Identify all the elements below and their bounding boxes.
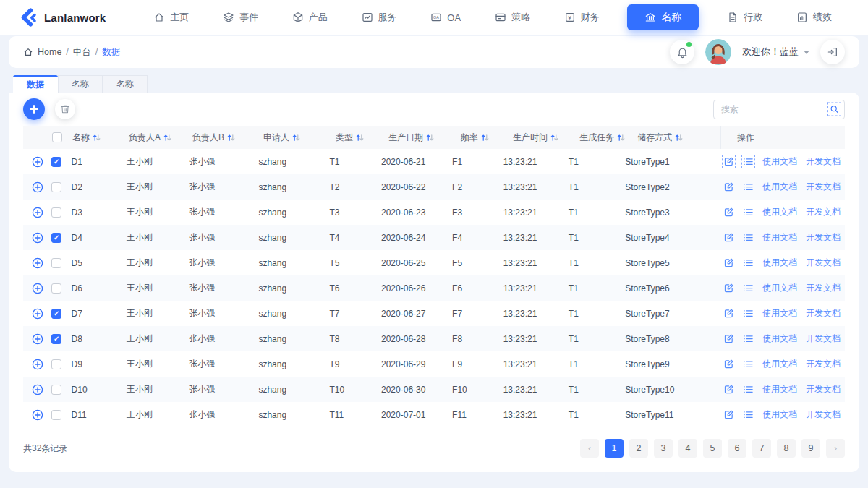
usage-doc-link[interactable]: 使用文档	[762, 181, 797, 193]
row-checkbox[interactable]	[51, 207, 61, 218]
nav-item-name[interactable]: 名称	[627, 4, 699, 30]
list-icon[interactable]	[743, 181, 754, 192]
usage-doc-link[interactable]: 使用文档	[762, 257, 797, 269]
page-button-4[interactable]: 4	[678, 439, 697, 458]
dev-doc-link[interactable]: 开发文档	[806, 333, 841, 345]
edit-icon[interactable]	[723, 257, 734, 268]
nav-item-admin[interactable]: 行政	[721, 7, 768, 28]
list-icon[interactable]	[743, 384, 754, 395]
nav-item-finance[interactable]: ¥ 财务	[558, 7, 605, 28]
sort-icon[interactable]	[426, 134, 434, 142]
sort-icon[interactable]	[617, 134, 625, 142]
logout-button[interactable]	[820, 40, 845, 64]
expand-row-icon[interactable]	[32, 283, 43, 294]
row-checkbox[interactable]	[51, 283, 61, 294]
nav-item-oa[interactable]: OA OA	[425, 7, 467, 27]
page-button-8[interactable]: 8	[777, 439, 796, 458]
dev-doc-link[interactable]: 开发文档	[806, 231, 841, 244]
expand-row-icon[interactable]	[32, 409, 43, 421]
sort-icon[interactable]	[675, 134, 683, 142]
nav-item-strategy[interactable]: 策略	[489, 7, 536, 28]
usage-doc-link[interactable]: 使用文档	[762, 206, 797, 218]
edit-icon[interactable]	[723, 333, 734, 344]
dev-doc-link[interactable]: 开发文档	[806, 307, 841, 320]
brand-logo[interactable]: Lanlanwork	[19, 8, 106, 27]
usage-doc-link[interactable]: 使用文档	[762, 408, 797, 421]
edit-icon[interactable]	[723, 207, 734, 218]
list-icon[interactable]	[743, 308, 754, 319]
dev-doc-link[interactable]: 开发文档	[806, 181, 841, 193]
expand-row-icon[interactable]	[32, 181, 43, 193]
page-button-7[interactable]: 7	[752, 439, 771, 458]
row-checkbox[interactable]	[51, 309, 61, 319]
row-checkbox[interactable]	[51, 359, 61, 369]
expand-row-icon[interactable]	[32, 257, 43, 269]
expand-row-icon[interactable]	[32, 232, 43, 244]
page-button-6[interactable]: 6	[728, 439, 746, 458]
user-menu[interactable]: 欢迎你！蓝蓝	[742, 46, 809, 59]
expand-row-icon[interactable]	[32, 156, 43, 168]
list-icon[interactable]	[743, 207, 754, 218]
expand-row-icon[interactable]	[32, 207, 43, 218]
sort-icon[interactable]	[93, 134, 101, 142]
delete-button[interactable]	[55, 99, 75, 119]
breadcrumb-section[interactable]: 中台	[73, 46, 91, 59]
next-page-button[interactable]: ›	[826, 439, 845, 458]
tab-name-1[interactable]: 名称	[58, 75, 103, 93]
row-checkbox[interactable]	[51, 334, 61, 344]
usage-doc-link[interactable]: 使用文档	[762, 282, 797, 294]
edit-icon[interactable]	[723, 232, 734, 243]
avatar[interactable]	[705, 39, 731, 65]
sort-icon[interactable]	[481, 134, 489, 142]
dev-doc-link[interactable]: 开发文档	[806, 155, 841, 168]
sort-icon[interactable]	[356, 134, 364, 142]
nav-item-services[interactable]: 服务	[356, 7, 403, 28]
nav-item-products[interactable]: 产品	[286, 7, 333, 28]
sort-icon[interactable]	[227, 134, 235, 142]
edit-icon[interactable]	[723, 409, 734, 420]
edit-icon[interactable]	[723, 156, 734, 167]
dev-doc-link[interactable]: 开发文档	[806, 408, 841, 421]
usage-doc-link[interactable]: 使用文档	[762, 358, 797, 370]
dev-doc-link[interactable]: 开发文档	[806, 206, 841, 218]
list-icon[interactable]	[743, 283, 754, 294]
search-icon[interactable]	[828, 103, 841, 116]
dev-doc-link[interactable]: 开发文档	[806, 358, 841, 370]
edit-icon[interactable]	[723, 283, 734, 294]
nav-item-performance[interactable]: 绩效	[791, 7, 838, 28]
breadcrumb-root[interactable]: Home	[38, 47, 61, 57]
sort-icon[interactable]	[163, 134, 171, 142]
sort-icon[interactable]	[292, 134, 300, 142]
row-checkbox[interactable]	[51, 258, 61, 268]
search-input[interactable]	[713, 100, 845, 119]
expand-row-icon[interactable]	[32, 308, 43, 320]
usage-doc-link[interactable]: 使用文档	[762, 231, 797, 244]
breadcrumb-current[interactable]: 数据	[102, 46, 120, 59]
nav-item-home[interactable]: 主页	[148, 7, 195, 28]
list-icon[interactable]	[743, 359, 754, 369]
dev-doc-link[interactable]: 开发文档	[806, 257, 841, 269]
prev-page-button[interactable]: ‹	[580, 439, 599, 458]
sort-icon[interactable]	[550, 134, 558, 142]
page-button-3[interactable]: 3	[654, 439, 673, 458]
page-button-9[interactable]: 9	[801, 439, 820, 458]
list-icon[interactable]	[743, 333, 754, 344]
row-checkbox[interactable]	[51, 157, 61, 167]
edit-icon[interactable]	[723, 308, 734, 319]
tab-name-2[interactable]: 名称	[103, 75, 148, 93]
usage-doc-link[interactable]: 使用文档	[762, 383, 797, 395]
expand-row-icon[interactable]	[32, 359, 43, 370]
row-checkbox[interactable]	[51, 233, 61, 243]
list-icon[interactable]	[743, 156, 754, 167]
usage-doc-link[interactable]: 使用文档	[762, 307, 797, 320]
row-checkbox[interactable]	[51, 182, 61, 192]
usage-doc-link[interactable]: 使用文档	[762, 155, 797, 168]
tab-data[interactable]: 数据	[13, 75, 58, 93]
nav-item-events[interactable]: 事件	[217, 7, 264, 28]
usage-doc-link[interactable]: 使用文档	[762, 333, 797, 345]
edit-icon[interactable]	[723, 384, 734, 395]
expand-row-icon[interactable]	[32, 384, 43, 395]
list-icon[interactable]	[743, 232, 754, 243]
edit-icon[interactable]	[723, 181, 734, 192]
expand-row-icon[interactable]	[32, 333, 43, 345]
